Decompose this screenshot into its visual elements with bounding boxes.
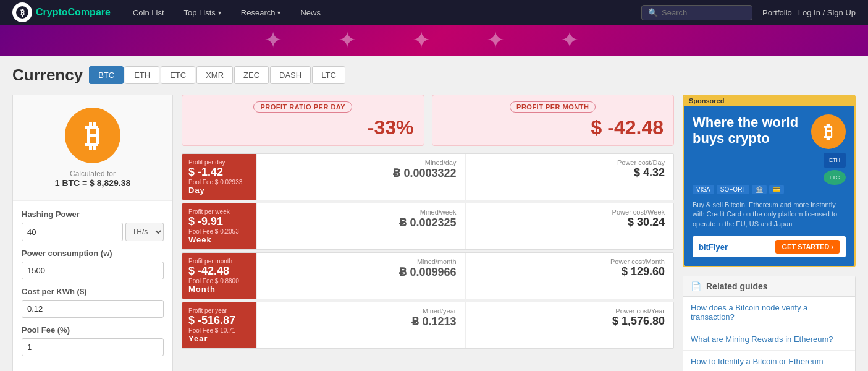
profit-cards: PROFIT RATIO PER DAY -33% PROFIT PER MON… [182, 95, 674, 146]
power-cell: Power cost/Month $ 129.60 [465, 253, 674, 299]
pool-fee-input[interactable] [22, 338, 164, 356]
cost-per-kwh-input[interactable] [22, 300, 164, 318]
tab-xmr[interactable]: XMR [196, 66, 233, 84]
mined-label: Mined/year [266, 307, 457, 315]
related-guides-panel: 📄 Related guides How does a Bitcoin node… [683, 276, 856, 371]
period-label: Week [188, 235, 212, 244]
visa-icon: VISA [693, 185, 714, 194]
document-icon: 📄 [691, 281, 701, 291]
mined-label: Mined/day [266, 159, 457, 166]
list-item[interactable]: How does a Bitcoin node verify a transac… [683, 297, 855, 328]
portfolio-link[interactable]: Portfolio [762, 8, 792, 17]
sponsored-content: Where the world buys crypto ₿ ETH LTC VI… [684, 106, 854, 266]
login-link[interactable]: Log In / Sign Up [798, 8, 856, 17]
research-arrow-icon: ▾ [277, 9, 280, 16]
btc-icon: ₿ [65, 108, 120, 163]
hashing-power-label: Hashing Power [22, 210, 164, 219]
search-icon: 🔍 [648, 8, 658, 17]
nav-right: Portfolio Log In / Sign Up [762, 8, 856, 17]
mined-label: Mined/month [266, 258, 457, 265]
tab-dash[interactable]: DASH [270, 66, 311, 84]
hashing-power-row: TH/s GH/s MH/s [22, 223, 164, 241]
sofort-icon: SOFORT [717, 185, 749, 194]
hashing-unit-select[interactable]: TH/s GH/s MH/s [125, 223, 164, 241]
bitflyer-row: bitFlyer GET STARTED › [693, 236, 846, 257]
profit-sub: Profit per year [188, 307, 227, 314]
profit-sub: Profit per day [188, 159, 225, 166]
search-input[interactable] [662, 8, 748, 17]
mined-cell: Mined/week Ƀ 0.002325 [256, 203, 465, 249]
related-guides-title: Related guides [706, 281, 768, 291]
power-cell: Power cost/Week $ 30.24 [465, 203, 674, 249]
table-row: Profit per month $ -42.48 Pool Fee $ 0.8… [182, 252, 674, 299]
profit-month-value: $ -42.48 [442, 116, 664, 139]
profit-ratio-label: PROFIT RATIO PER DAY [253, 101, 352, 113]
tab-ltc[interactable]: LTC [312, 66, 345, 84]
pool-fee: Pool Fee $ 0.2053 [188, 228, 239, 235]
right-panel: Sponsored Where the world buys crypto ₿ … [683, 95, 856, 371]
nav-logo[interactable]: ₿ CryptoCompare [12, 2, 111, 22]
profit-ratio-value: -33% [192, 116, 414, 139]
table-row: Profit per day $ -1.42 Pool Fee $ 0.0293… [182, 153, 674, 200]
pool-fee: Pool Fee $ 0.02933 [188, 179, 242, 186]
profit-amount: $ -516.87 [188, 314, 235, 327]
tab-zec[interactable]: ZEC [234, 66, 269, 84]
power-label: Power cost/Month [474, 258, 665, 265]
calc-value: 1 BTC = $ 8,829.38 [55, 178, 131, 188]
bitflyer-logo: bitFlyer [699, 242, 728, 252]
main-grid: ₿ Calculated for 1 BTC = $ 8,829.38 Hash… [12, 95, 856, 371]
list-item[interactable]: What are Mining Rewards in Ethereum? [683, 328, 855, 351]
left-panel: ₿ Calculated for 1 BTC = $ 8,829.38 Hash… [12, 95, 173, 371]
related-guides-header: 📄 Related guides [683, 276, 855, 297]
profit-amount: $ -9.91 [188, 215, 223, 228]
power-label: Power cost/Year [474, 307, 665, 315]
tab-etc[interactable]: ETC [161, 66, 195, 84]
get-started-button[interactable]: GET STARTED › [775, 240, 840, 254]
pool-fee-row [22, 338, 164, 356]
table-row: Profit per year $ -516.87 Pool Fee $ 10.… [182, 302, 674, 349]
power-value: $ 4.32 [474, 166, 665, 179]
payment-icons: VISA SOFORT 🏦 💳 [693, 185, 846, 194]
profit-amount: $ -1.42 [188, 166, 223, 179]
mined-value: Ƀ 0.009966 [266, 265, 457, 279]
related-guides-list: How does a Bitcoin node verify a transac… [683, 297, 855, 371]
row-label: Profit per year $ -516.87 Pool Fee $ 10.… [182, 302, 256, 348]
sponsored-btc-icon: ₿ [811, 114, 846, 149]
cost-per-kwh-row [22, 300, 164, 318]
hashing-power-input[interactable] [22, 223, 123, 241]
power-value: $ 30.24 [474, 216, 665, 229]
tab-eth[interactable]: ETH [125, 66, 159, 84]
bank-icon: 🏦 [752, 185, 767, 194]
search-box: 🔍 [641, 5, 752, 20]
mined-cell: Mined/year Ƀ 0.1213 [256, 302, 465, 348]
nav-coin-list[interactable]: Coin List [123, 0, 174, 25]
form-section: Hashing Power TH/s GH/s MH/s Power consu… [13, 201, 172, 371]
power-consumption-row [22, 262, 164, 279]
sponsored-description: Buy & sell Bitcoin, Ethereum and more in… [693, 200, 846, 229]
profit-sub: Profit per month [188, 258, 232, 265]
nav-news[interactable]: News [290, 0, 331, 25]
profit-month-card: PROFIT PER MONTH $ -42.48 [432, 95, 675, 146]
sponsored-box: Sponsored Where the world buys crypto ₿ … [683, 95, 856, 267]
page-title: Currency [12, 66, 83, 85]
power-label: Power cost/Day [474, 159, 665, 166]
tab-btc[interactable]: BTC [89, 66, 124, 84]
power-consumption-label: Power consumption (w) [22, 249, 164, 258]
mined-value: Ƀ 0.1213 [266, 315, 457, 328]
data-rows: Profit per day $ -1.42 Pool Fee $ 0.0293… [182, 153, 674, 349]
power-consumption-input[interactable] [22, 262, 164, 279]
nav-top-lists[interactable]: Top Lists ▾ [174, 0, 231, 25]
mined-value: Ƀ 0.002325 [266, 216, 457, 229]
power-cell: Power cost/Day $ 4.32 [465, 154, 674, 200]
cost-per-kwh-label: Cost per KWh ($) [22, 287, 164, 296]
period-label: Day [188, 186, 205, 195]
list-item[interactable]: How to Identify a Bitcoin or Ethereum [683, 351, 855, 371]
period-label: Year [188, 334, 208, 343]
nav-research[interactable]: Research ▾ [231, 0, 291, 25]
power-label: Power cost/Week [474, 208, 665, 216]
svg-text:₿: ₿ [20, 8, 25, 17]
profit-month-label: PROFIT PER MONTH [510, 101, 596, 113]
sponsored-headline: Where the world buys crypto [693, 114, 811, 147]
power-value: $ 129.60 [474, 265, 665, 278]
row-label: Profit per day $ -1.42 Pool Fee $ 0.0293… [182, 154, 256, 200]
